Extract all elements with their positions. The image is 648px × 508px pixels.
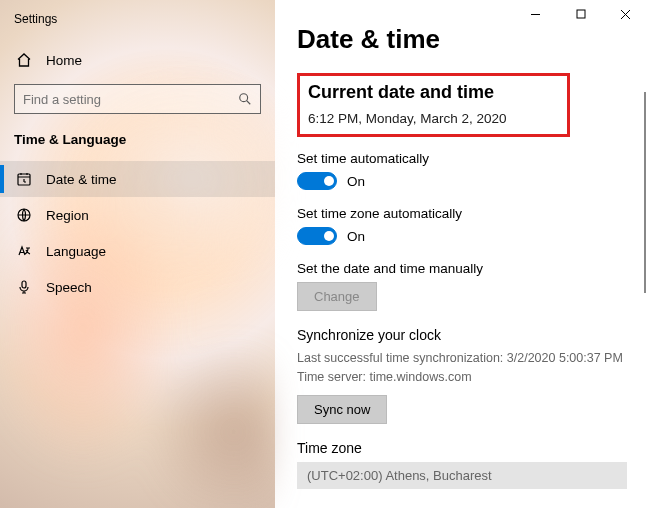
search-input[interactable]: [23, 92, 218, 107]
sync-clock-section: Synchronize your clock Last successful t…: [297, 327, 648, 424]
language-icon: [16, 243, 32, 259]
current-datetime-value: 6:12 PM, Monday, March 2, 2020: [308, 111, 507, 126]
maximize-button[interactable]: [558, 0, 603, 28]
auto-tz-setting: Set time zone automatically On: [297, 206, 648, 245]
home-icon: [16, 52, 32, 68]
sidebar-item-region[interactable]: Region: [0, 197, 275, 233]
window-controls: [513, 0, 648, 28]
clock-icon: [16, 171, 32, 187]
change-button[interactable]: Change: [297, 282, 377, 311]
sidebar-item-speech[interactable]: Speech: [0, 269, 275, 305]
auto-time-label: Set time automatically: [297, 151, 648, 166]
current-heading: Current date and time: [308, 82, 507, 103]
svg-rect-4: [577, 10, 585, 18]
toggle-state: On: [347, 174, 365, 189]
auto-time-setting: Set time automatically On: [297, 151, 648, 190]
sync-server: Time server: time.windows.com: [297, 368, 648, 387]
sync-now-button[interactable]: Sync now: [297, 395, 387, 424]
manual-setting: Set the date and time manually Change: [297, 261, 648, 311]
current-datetime-highlight: Current date and time 6:12 PM, Monday, M…: [297, 73, 570, 137]
sidebar-item-date-time[interactable]: Date & time: [0, 161, 275, 197]
tz-heading: Time zone: [297, 440, 648, 456]
timezone-value: (UTC+02:00) Athens, Bucharest: [307, 468, 492, 483]
settings-window: Settings Home Time & Language: [0, 0, 648, 508]
sidebar-item-label: Speech: [46, 280, 92, 295]
sidebar-item-label: Language: [46, 244, 106, 259]
home-nav[interactable]: Home: [0, 44, 275, 76]
close-button[interactable]: [603, 0, 648, 28]
sidebar-item-language[interactable]: Language: [0, 233, 275, 269]
search-icon: [238, 92, 252, 106]
globe-icon: [16, 207, 32, 223]
sidebar: Settings Home Time & Language: [0, 0, 275, 508]
svg-point-0: [240, 94, 248, 102]
auto-tz-label: Set time zone automatically: [297, 206, 648, 221]
minimize-button[interactable]: [513, 0, 558, 28]
sync-last: Last successful time synchronization: 3/…: [297, 349, 648, 368]
sidebar-item-label: Region: [46, 208, 89, 223]
microphone-icon: [16, 279, 32, 295]
timezone-section: Time zone (UTC+02:00) Athens, Bucharest: [297, 440, 648, 489]
svg-rect-3: [22, 281, 26, 288]
auto-time-toggle[interactable]: On: [297, 172, 648, 190]
section-title: Time & Language: [0, 132, 275, 161]
toggle-state: On: [347, 229, 365, 244]
page-title: Date & time: [297, 24, 648, 55]
sidebar-item-label: Date & time: [46, 172, 117, 187]
home-label: Home: [46, 53, 82, 68]
scrollbar[interactable]: [644, 92, 646, 293]
timezone-select[interactable]: (UTC+02:00) Athens, Bucharest: [297, 462, 627, 489]
manual-label: Set the date and time manually: [297, 261, 648, 276]
auto-tz-toggle[interactable]: On: [297, 227, 648, 245]
sync-heading: Synchronize your clock: [297, 327, 648, 343]
main-content: Date & time Current date and time 6:12 P…: [275, 0, 648, 508]
search-box[interactable]: [14, 84, 261, 114]
app-title: Settings: [0, 12, 275, 44]
